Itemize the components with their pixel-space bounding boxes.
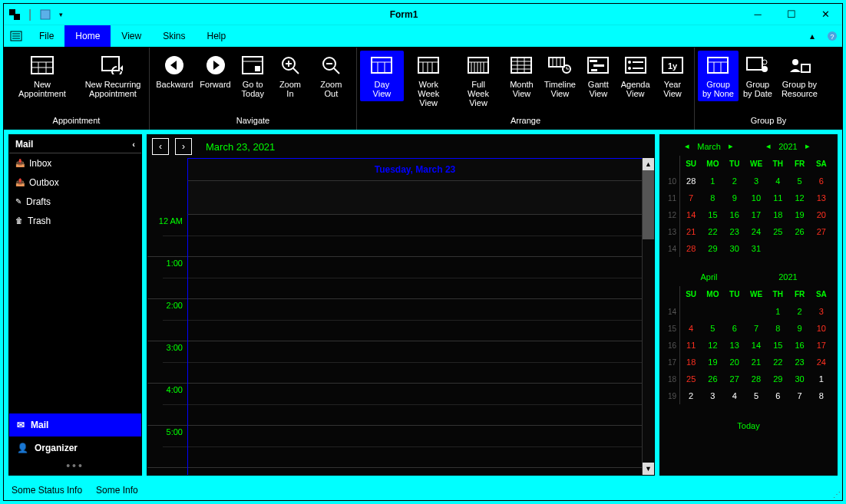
cal-day[interactable]: 25: [680, 371, 702, 387]
cal-day[interactable]: 17: [811, 337, 832, 354]
cal-day[interactable]: 1: [702, 173, 723, 189]
cal-day[interactable]: 28: [680, 240, 702, 257]
sidebar-collapse-icon[interactable]: ‹: [132, 140, 135, 149]
cal-day[interactable]: 7: [745, 320, 767, 337]
cal-day[interactable]: 19: [788, 206, 810, 223]
cal-day[interactable]: 22: [767, 354, 788, 371]
app-menu-icon[interactable]: [4, 31, 28, 41]
sidebar-nav-mail[interactable]: ✉ Mail: [9, 413, 141, 436]
scroll-thumb[interactable]: [643, 170, 654, 239]
cal-day[interactable]: 29: [767, 371, 788, 387]
zoom-in-button[interactable]: Zoom In: [271, 51, 309, 101]
cal-day[interactable]: 5: [745, 387, 767, 404]
cal-day[interactable]: 21: [680, 223, 702, 240]
close-button[interactable]: ✕: [808, 4, 842, 25]
day-view-button[interactable]: Day View: [360, 51, 404, 101]
menu-skins[interactable]: Skins: [152, 25, 196, 47]
full-week-view-button[interactable]: Full Week View: [454, 51, 504, 110]
cal-day[interactable]: 10: [811, 320, 832, 337]
cal-day[interactable]: 30: [788, 371, 810, 387]
cal-day[interactable]: 4: [680, 320, 702, 337]
cal-day[interactable]: 11: [680, 337, 702, 354]
cal-day[interactable]: 6: [724, 320, 745, 337]
maximize-button[interactable]: ☐: [775, 4, 808, 25]
minimize-button[interactable]: ─: [741, 4, 775, 25]
cal-day[interactable]: 9: [724, 189, 745, 206]
cal-day[interactable]: 4: [767, 173, 788, 189]
cal-next-year-icon[interactable]: ▸: [802, 141, 813, 151]
month-view-button[interactable]: Month View: [503, 51, 540, 101]
new-recurring-appointment-button[interactable]: New Recurring Appointment: [78, 51, 148, 101]
scheduler-day-header[interactable]: Tuesday, March 23: [187, 158, 642, 181]
timeline-view-button[interactable]: Timeline View: [540, 51, 580, 101]
cal-day[interactable]: 23: [724, 223, 745, 240]
cal-day[interactable]: 18: [680, 354, 702, 371]
cal-day[interactable]: 2: [680, 387, 702, 404]
group-by-date-button[interactable]: Group by Date: [739, 51, 777, 101]
cal-day[interactable]: 3: [811, 303, 832, 320]
cal-day[interactable]: 6: [811, 173, 832, 189]
sidebar-nav-organizer[interactable]: 👤 Organizer: [9, 436, 141, 460]
cal-day[interactable]: 31: [745, 240, 767, 257]
cal-day[interactable]: 9: [788, 320, 810, 337]
cal-day[interactable]: 8: [767, 320, 788, 337]
scheduler-allday-area[interactable]: [187, 181, 642, 215]
gantt-view-button[interactable]: Gantt View: [580, 51, 616, 101]
backward-button[interactable]: Backward: [153, 51, 197, 92]
cal-day[interactable]: 13: [724, 337, 745, 354]
cal-day[interactable]: 8: [702, 189, 723, 206]
cal-day[interactable]: 12: [702, 337, 723, 354]
cal-day[interactable]: 2: [788, 303, 810, 320]
cal-day[interactable]: 15: [767, 337, 788, 354]
cal-day[interactable]: 18: [767, 206, 788, 223]
cal-day[interactable]: 26: [788, 223, 810, 240]
cal-day[interactable]: 5: [702, 320, 723, 337]
cal-day[interactable]: 28: [680, 173, 702, 189]
cal-day[interactable]: 16: [724, 206, 745, 223]
cal-day[interactable]: 5: [788, 173, 810, 189]
sidebar-item-inbox[interactable]: 📥Inbox: [9, 153, 141, 173]
zoom-out-button[interactable]: Zoom Out: [309, 51, 353, 101]
cal-day[interactable]: 2: [724, 173, 745, 189]
today-link[interactable]: Today: [665, 418, 832, 430]
cal-day[interactable]: 20: [724, 354, 745, 371]
cal-day[interactable]: 23: [788, 354, 810, 371]
cal-day[interactable]: 21: [745, 354, 767, 371]
cal-day[interactable]: 14: [680, 206, 702, 223]
cal-day[interactable]: 20: [811, 206, 832, 223]
cal-day[interactable]: 4: [724, 387, 745, 404]
goto-today-button[interactable]: Go to Today: [234, 51, 271, 101]
sidebar-item-trash[interactable]: 🗑Trash: [9, 211, 141, 230]
cal-day[interactable]: 19: [702, 354, 723, 371]
work-week-view-button[interactable]: Work Week View: [404, 51, 454, 110]
cal-day[interactable]: 13: [811, 189, 832, 206]
cal-day[interactable]: 24: [811, 354, 832, 371]
menu-home[interactable]: Home: [64, 25, 111, 47]
cal-day[interactable]: 30: [724, 240, 745, 257]
cal-day[interactable]: 28: [745, 371, 767, 387]
year-view-button[interactable]: 1y Year View: [654, 51, 691, 101]
cal-day[interactable]: 8: [811, 387, 832, 404]
scroll-down-icon[interactable]: ▼: [643, 463, 654, 475]
sidebar-item-drafts[interactable]: ✎Drafts: [9, 192, 141, 211]
cal-day[interactable]: 25: [767, 223, 788, 240]
scroll-up-icon[interactable]: ▲: [643, 158, 654, 170]
cal-prev-year-icon[interactable]: ◂: [763, 141, 774, 151]
help-icon[interactable]: ?: [822, 31, 842, 41]
cal-next-month-icon[interactable]: ▸: [725, 141, 736, 151]
scheduler-scrollbar[interactable]: ▲ ▼: [642, 158, 654, 475]
scheduler-timeslots[interactable]: [187, 215, 642, 475]
sidebar-item-outbox[interactable]: 📤Outbox: [9, 173, 141, 192]
cal-day[interactable]: 26: [702, 371, 723, 387]
scheduler-next-button[interactable]: ›: [175, 138, 192, 155]
cal-day[interactable]: 10: [745, 189, 767, 206]
cal-day[interactable]: 11: [767, 189, 788, 206]
ribbon-collapse-icon[interactable]: ▴: [802, 31, 822, 41]
cal-day[interactable]: 3: [702, 387, 723, 404]
cal-day[interactable]: 16: [788, 337, 810, 354]
qat-item-icon[interactable]: [39, 8, 51, 21]
agenda-view-button[interactable]: Agenda View: [616, 51, 654, 101]
new-appointment-button[interactable]: New Appointment: [7, 51, 78, 101]
cal-day[interactable]: 22: [702, 223, 723, 240]
menu-help[interactable]: Help: [197, 25, 237, 47]
